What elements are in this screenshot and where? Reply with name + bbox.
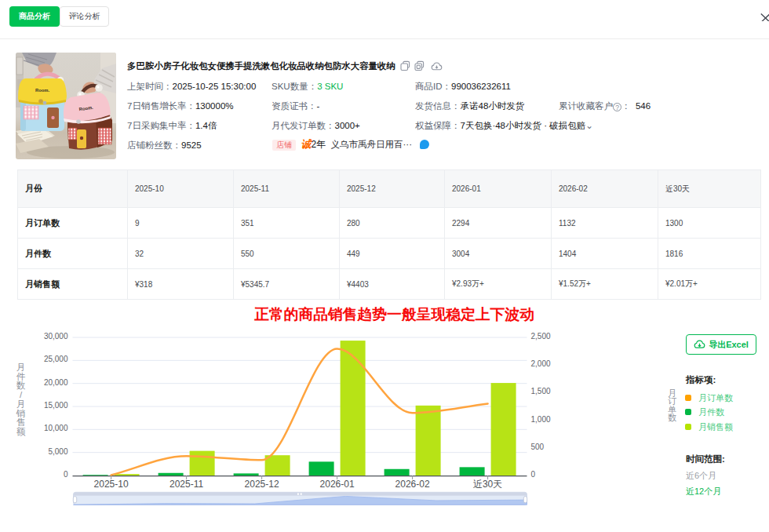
svg-text:1,000: 1,000 <box>531 415 551 424</box>
svg-text:2025-10: 2025-10 <box>94 479 129 490</box>
svg-text:25,000: 25,000 <box>44 355 68 363</box>
svg-text:2026-01: 2026-01 <box>320 479 355 490</box>
svg-text:1,500: 1,500 <box>531 387 551 395</box>
svg-text:500: 500 <box>531 443 545 451</box>
svg-text:10,000: 10,000 <box>44 424 68 432</box>
svg-text:30,000: 30,000 <box>44 332 68 341</box>
svg-text:Room.: Room. <box>35 88 49 93</box>
svg-text:0: 0 <box>531 470 536 479</box>
svg-text:5,000: 5,000 <box>48 447 67 456</box>
svg-text:2026-02: 2026-02 <box>395 479 430 490</box>
svg-text:0: 0 <box>64 470 68 479</box>
svg-text:2025-12: 2025-12 <box>245 479 279 490</box>
svg-text:2,000: 2,000 <box>531 359 551 368</box>
svg-text:15,000: 15,000 <box>44 401 68 410</box>
svg-text:近30天: 近30天 <box>473 479 502 490</box>
svg-text:20,000: 20,000 <box>44 378 68 387</box>
svg-text:2,500: 2,500 <box>531 332 551 341</box>
svg-text:2025-11: 2025-11 <box>169 479 203 490</box>
